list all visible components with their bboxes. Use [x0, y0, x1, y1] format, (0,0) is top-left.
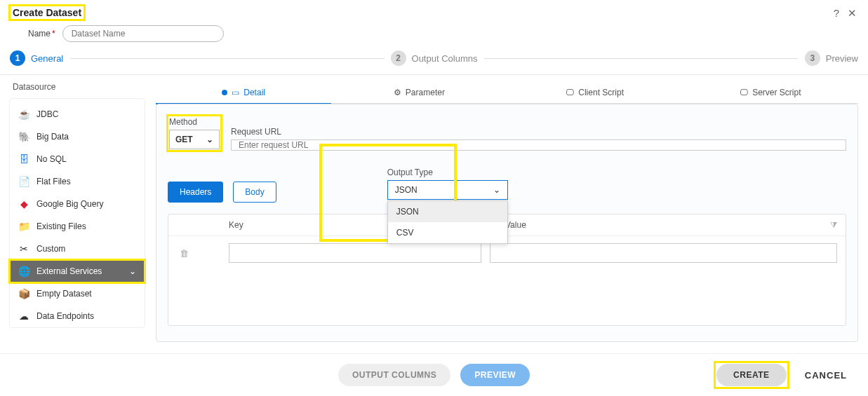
output-type-field: Output Type JSON ⌄ JSON CSV: [385, 165, 511, 203]
database-icon: 🗄: [18, 153, 29, 165]
header-value-input[interactable]: [490, 243, 837, 263]
sidebar-item-existing[interactable]: 📁Existing Files: [10, 215, 145, 238]
chevron-down-icon: ⌄: [129, 266, 136, 276]
method-field: Method GET ⌄: [168, 116, 221, 151]
chevron-down-icon: ⌄: [493, 185, 500, 195]
output-columns-button[interactable]: OUTPUT COLUMNS: [338, 364, 450, 386]
tab-detail[interactable]: ▭Detail: [156, 82, 331, 103]
step-preview[interactable]: 3 Preview: [805, 50, 858, 66]
method-label: Method: [169, 117, 220, 127]
sidebar-item-custom[interactable]: ✂Custom: [10, 238, 145, 260]
help-icon[interactable]: ?: [834, 8, 839, 18]
dialog-footer: OUTPUT COLUMNS PREVIEW CREATE CANCEL: [0, 353, 868, 396]
wizard-stepper: 1 General 2 Output Columns 3 Preview: [0, 50, 868, 74]
box-icon: 📦: [18, 288, 29, 299]
tab-client-script[interactable]: 🖵Client Script: [507, 82, 683, 103]
dataset-name-input[interactable]: [62, 25, 224, 42]
folder-icon: 📁: [18, 221, 29, 232]
config-tabs: ▭Detail ⚙Parameter 🖵Client Script 🖵Serve…: [156, 82, 858, 104]
method-select[interactable]: GET ⌄: [169, 130, 220, 149]
scissors-icon: ✂: [18, 243, 29, 254]
detail-icon: ▭: [232, 88, 239, 97]
sidebar-item-flatfiles[interactable]: 📄Flat Files: [10, 170, 145, 193]
sidebar-item-external-services[interactable]: 🌐External Services⌄: [10, 260, 145, 282]
cloud-icon: ☁: [18, 310, 29, 322]
preview-button[interactable]: PREVIEW: [460, 364, 530, 386]
sidebar-item-nosql[interactable]: 🗄No SQL: [10, 148, 145, 170]
sidebar-item-jdbc[interactable]: ☕JDBC: [10, 103, 145, 125]
parameter-icon: ⚙: [394, 88, 401, 97]
elephant-icon: 🐘: [18, 131, 29, 142]
tab-parameter[interactable]: ⚙Parameter: [331, 82, 507, 103]
datasource-heading: Datasource: [13, 82, 145, 92]
step-output-columns[interactable]: 2 Output Columns: [391, 50, 478, 66]
sidebar-item-empty[interactable]: 📦Empty Dataset: [10, 282, 145, 305]
create-button[interactable]: CREATE: [716, 364, 787, 386]
tab-server-script[interactable]: 🖵Server Script: [683, 82, 858, 103]
step-general[interactable]: 1 General: [10, 50, 63, 66]
output-type-label: Output Type: [387, 168, 508, 177]
headers-button[interactable]: Headers: [168, 182, 223, 203]
close-icon[interactable]: ✕: [848, 8, 857, 18]
bigquery-icon: ◆: [18, 198, 29, 210]
request-url-label: Request URL: [231, 127, 846, 137]
sidebar-item-gbq[interactable]: ◆Google Big Query: [10, 193, 145, 215]
java-icon: ☕: [18, 109, 29, 120]
globe-icon: 🌐: [18, 266, 29, 277]
dialog-title: Create Dataset: [10, 6, 84, 20]
cancel-button[interactable]: CANCEL: [805, 370, 847, 381]
server-script-icon: 🖵: [740, 88, 748, 97]
output-option-json[interactable]: JSON: [388, 201, 507, 222]
client-script-icon: 🖵: [566, 88, 574, 97]
filter-value-icon[interactable]: ⧩: [830, 220, 837, 230]
chevron-down-icon: ⌄: [206, 135, 213, 144]
output-type-dropdown: JSON CSV: [387, 200, 508, 244]
file-icon: 📄: [18, 176, 29, 187]
delete-row-icon[interactable]: 🗑: [177, 248, 191, 259]
name-label: Name*: [28, 29, 55, 39]
output-option-csv[interactable]: CSV: [388, 222, 507, 243]
header-key-input[interactable]: [229, 243, 481, 263]
output-type-select[interactable]: JSON ⌄ JSON CSV: [387, 180, 508, 200]
sidebar-item-bigdata[interactable]: 🐘Big Data: [10, 125, 145, 148]
sidebar-item-endpoints[interactable]: ☁Data Endpoints: [10, 305, 145, 327]
datasource-list: ☕JDBC 🐘Big Data 🗄No SQL 📄Flat Files ◆Goo…: [10, 99, 145, 327]
request-url-input[interactable]: [231, 139, 846, 151]
value-column-header: Value: [505, 220, 526, 230]
body-button[interactable]: Body: [233, 182, 276, 203]
